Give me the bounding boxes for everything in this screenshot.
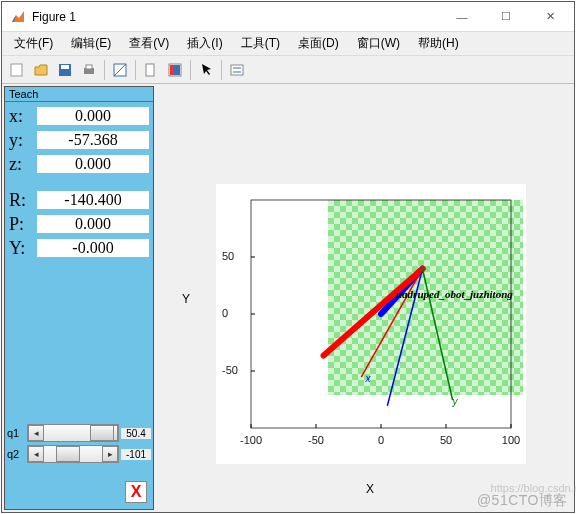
- pose-x-label: x:: [9, 106, 37, 127]
- x-tick: -50: [304, 434, 328, 446]
- pointer-icon[interactable]: [195, 59, 217, 81]
- print-icon[interactable]: [78, 59, 100, 81]
- window-title: Figure 1: [32, 10, 440, 24]
- pose-z-label: z:: [9, 154, 37, 175]
- x-tick: 100: [499, 434, 523, 446]
- teach-close-button[interactable]: X: [125, 481, 147, 503]
- q1-label: q1: [7, 427, 27, 439]
- x-axis-label: X: [366, 482, 374, 496]
- q2-slider[interactable]: ◂ ▸: [27, 445, 119, 463]
- pose-z-value: 0.000: [37, 155, 149, 173]
- svg-rect-6: [86, 65, 92, 69]
- toolbar: [2, 56, 574, 84]
- menu-insert[interactable]: 插入(I): [179, 33, 230, 54]
- robot-svg: xy: [216, 184, 526, 464]
- matlab-icon: [10, 9, 26, 25]
- pose-R-label: R:: [9, 190, 37, 211]
- axes[interactable]: xy X Y uadruped_obot_juzhitong -100-5005…: [216, 184, 526, 464]
- pose-y-label: y:: [9, 130, 37, 151]
- chevron-left-icon[interactable]: ◂: [28, 446, 44, 462]
- edit-plot-icon[interactable]: [109, 59, 131, 81]
- titlebar: Figure 1 — ☐ ✕: [2, 2, 574, 32]
- q2-value: -101: [121, 449, 151, 460]
- svg-rect-12: [174, 65, 180, 75]
- teach-title: Teach: [5, 87, 153, 102]
- svg-text:x: x: [364, 373, 371, 384]
- y-tick: 50: [222, 250, 234, 262]
- menu-edit[interactable]: 编辑(E): [63, 33, 119, 54]
- pose-Y-label: Y:: [9, 238, 37, 259]
- x-tick: -100: [239, 434, 263, 446]
- q2-label: q2: [7, 448, 27, 460]
- pose-R-value: -140.400: [37, 191, 149, 209]
- svg-line-28: [362, 269, 423, 377]
- plot-area: xy X Y uadruped_obot_juzhitong -100-5005…: [156, 84, 574, 512]
- menu-desktop[interactable]: 桌面(D): [290, 33, 347, 54]
- teach-panel: Teach x:0.000 y:-57.368 z:0.000 R:-140.4…: [4, 86, 154, 510]
- pose-P-label: P:: [9, 214, 37, 235]
- close-window-button[interactable]: ✕: [528, 3, 572, 31]
- watermark-51cto: @51CTO博客: [477, 492, 568, 510]
- new-figure-icon[interactable]: [6, 59, 28, 81]
- menu-help[interactable]: 帮助(H): [410, 33, 467, 54]
- q1-slider[interactable]: ◂ ▸: [27, 424, 119, 442]
- svg-rect-13: [231, 65, 243, 75]
- save-icon[interactable]: [54, 59, 76, 81]
- svg-line-26: [324, 269, 423, 356]
- y-tick: -50: [222, 364, 238, 376]
- chevron-left-icon[interactable]: ◂: [28, 425, 44, 441]
- menubar: 文件(F) 编辑(E) 查看(V) 插入(I) 工具(T) 桌面(D) 窗口(W…: [2, 32, 574, 56]
- menu-window[interactable]: 窗口(W): [349, 33, 408, 54]
- menu-view[interactable]: 查看(V): [121, 33, 177, 54]
- insert-legend-icon[interactable]: [226, 59, 248, 81]
- pose-x-value: 0.000: [37, 107, 149, 125]
- svg-text:y: y: [452, 396, 459, 407]
- menu-file[interactable]: 文件(F): [6, 33, 61, 54]
- open-icon[interactable]: [30, 59, 52, 81]
- svg-rect-11: [170, 65, 174, 75]
- pose-P-value: 0.000: [37, 215, 149, 233]
- x-tick: 0: [369, 434, 393, 446]
- maximize-button[interactable]: ☐: [484, 3, 528, 31]
- pose-y-value: -57.368: [37, 131, 149, 149]
- svg-rect-2: [11, 64, 22, 76]
- insert-colorbar-icon[interactable]: [164, 59, 186, 81]
- linked-plot-icon[interactable]: [140, 59, 162, 81]
- svg-rect-4: [61, 65, 69, 69]
- svg-rect-9: [146, 64, 154, 76]
- menu-tools[interactable]: 工具(T): [233, 33, 288, 54]
- robot-name-text: uadruped_obot_juzhitong: [396, 288, 513, 300]
- chevron-right-icon[interactable]: ▸: [102, 446, 118, 462]
- slider-group: q1 ◂ ▸ 50.4 q2 ◂ ▸: [7, 422, 151, 465]
- pose-Y-value: -0.000: [37, 239, 149, 257]
- q1-value: 50.4: [121, 428, 151, 439]
- y-tick: 0: [222, 307, 228, 319]
- x-tick: 50: [434, 434, 458, 446]
- y-axis-label: Y: [182, 292, 190, 306]
- minimize-button[interactable]: —: [440, 3, 484, 31]
